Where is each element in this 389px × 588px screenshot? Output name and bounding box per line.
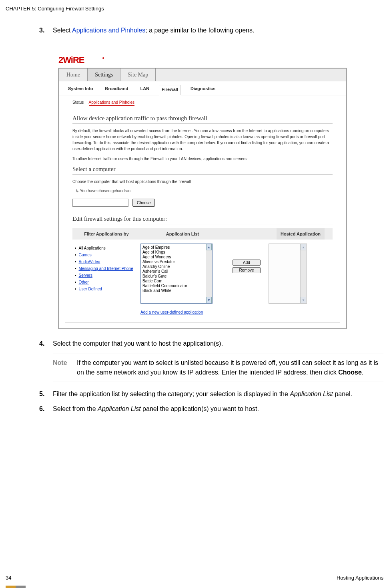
step-text: Select Applications and Pinholes; a page… [53,26,383,35]
ip-address-input[interactable] [72,199,128,207]
step5-post: panel. [333,391,352,397]
add-user-defined-link[interactable]: Add a new user-defined application [140,309,225,315]
step3-pre: Select [53,27,72,34]
list-item[interactable]: Age of Wonders [142,255,211,259]
step-number: 3. [39,26,53,35]
tab-home[interactable]: Home [59,68,88,81]
step-text: Select from the Application List panel t… [53,404,383,413]
router-ui-panel: Home Settings Site Map System Info Broad… [58,68,347,329]
application-list-select[interactable]: Age of Empires Age of Kings Age of Wonde… [140,244,213,304]
step-number: 4. [39,339,53,348]
col-head-filter: Filter Applications by [72,228,140,240]
secondary-nav: System Info Broadband LAN Firewall Diagn… [59,81,346,95]
footer-decoration [6,586,26,588]
firewall-page-body: Status Applications and Pinholes Allow d… [65,95,340,323]
filter-category-list: All Applications Games Audio/Video Messa… [72,244,140,294]
list-item[interactable]: Aliens vs Predator [142,260,211,264]
col-head-gap [225,228,277,240]
list-item[interactable]: Anarchy Online [142,264,211,269]
subnav-firewall[interactable]: Firewall [159,85,181,95]
filter-all[interactable]: All Applications [75,246,140,250]
tab-sitemap[interactable]: Site Map [120,68,156,81]
edit-columns: All Applications Games Audio/Video Messa… [72,244,333,315]
step5-pre: Filter the application list by selecting… [53,391,290,397]
table-header-row: Filter Applications by Application List … [72,228,333,240]
page-content: 3. Select Applications and Pinholes; a p… [39,26,383,419]
allow-traffic-heading: Allow device application traffic to pass… [72,115,333,124]
status-label: Status [72,100,84,105]
footer-bar-segment [16,586,26,588]
applist-scrollbar[interactable]: ▲ ▼ [206,244,212,303]
filter-other[interactable]: Other [79,280,89,284]
footer-section-title: Hosting Applications [337,575,383,581]
list-item[interactable]: Asheron's Call [142,269,211,274]
choose-row: Choose [72,199,333,207]
list-item[interactable]: Black and White [142,288,211,293]
add-button[interactable]: Add [233,260,261,266]
subnav-broadband[interactable]: Broadband [102,85,130,95]
filter-games[interactable]: Games [79,253,92,257]
choose-button[interactable]: Choose [132,199,155,207]
subnav-diagnostics[interactable]: Diagnostics [188,85,218,95]
select-computer-heading: Select a computer [72,166,333,175]
step-text: Filter the application list by selecting… [53,389,383,399]
primary-tab-row: Home Settings Site Map [59,68,346,81]
filter-servers[interactable]: Servers [79,273,92,278]
svg-point-1 [102,57,104,59]
application-list-items: Age of Empires Age of Kings Age of Wonde… [141,244,212,294]
svg-text:2WiRE: 2WiRE [58,55,84,65]
step5-em: Application List [290,391,333,397]
list-item[interactable]: Age of Kings [142,250,211,254]
scroll-up-icon[interactable]: ▲ [206,244,212,250]
col-head-applist: Application List [140,228,225,240]
step-6: 6. Select from the Application List pane… [39,404,383,413]
step-3: 3. Select Applications and Pinholes; a p… [39,26,383,35]
note-bold-choose: Choose [338,369,362,376]
step-number: 5. [39,389,53,399]
list-item[interactable]: Battle Com [142,279,211,283]
application-list-column: Age of Empires Age of Kings Age of Wonde… [140,244,225,315]
filter-audio-video[interactable]: Audio/Video [79,260,100,264]
note-body: If the computer you want to select is un… [77,358,383,377]
step6-em: Application List [98,405,141,412]
note-label: Note [53,358,77,377]
tab-settings[interactable]: Settings [88,68,120,81]
embedded-screenshot: 2WiRE Home Settings Site Map System Info… [58,55,383,329]
step6-post: panel the application(s) you want to hos… [141,405,259,412]
note-block: Note If the computer you want to select … [53,354,383,381]
edit-settings-heading: Edit firewall settings for this computer… [72,215,333,224]
list-item[interactable]: Baldur's Gate [142,274,211,278]
breadcrumb-status: Status Applications and Pinholes [72,100,333,107]
chosen-computer-value: You have chosen gchandran [80,189,130,193]
list-item[interactable]: Age of Empires [142,245,211,250]
page-number: 34 [6,575,11,581]
step6-pre: Select from the [53,405,98,412]
step-text: Select the computer that you want to hos… [53,339,383,348]
hosted-scrollbar[interactable]: ▲ ▼ [300,244,307,303]
step-number: 6. [39,404,53,413]
hosted-application-select[interactable]: ▲ ▼ [269,244,307,304]
status-current[interactable]: Applications and Pinholes [89,100,135,106]
col-head-hosted: Hosted Application [277,228,325,240]
step3-post: ; a page similar to the following opens. [145,27,254,34]
step-4: 4. Select the computer that you want to … [39,339,383,348]
filter-user-defined[interactable]: User Defined [79,287,102,291]
intro-paragraph-2: To allow Internet traffic or users throu… [72,156,333,162]
note-text-post: . [362,369,363,376]
applications-pinholes-link[interactable]: Applications and Pinholes [72,27,145,34]
footer-bar-segment [6,586,16,588]
list-item[interactable]: Battlefield Communicator [142,284,211,288]
note-text-pre: If the computer you want to select is un… [77,359,378,375]
filter-messaging[interactable]: Messaging and Internet Phone [79,266,133,271]
scroll-down-icon: ▼ [301,297,306,303]
remove-button[interactable]: Remove [233,267,261,273]
chapter-header: CHAPTER 5: Configuring Firewall Settings [6,6,104,12]
scroll-down-icon[interactable]: ▼ [206,297,212,303]
subnav-lan[interactable]: LAN [138,85,152,95]
intro-paragraph-1: By default, the firewall blocks all unwa… [72,128,333,152]
subnav-system-info[interactable]: System Info [66,85,95,95]
choose-computer-text: Choose the computer that will host appli… [72,179,333,185]
add-remove-column: Add Remove [225,244,269,273]
chosen-computer-line: ↳ You have chosen gchandran [76,189,333,193]
scroll-up-icon: ▲ [301,244,306,250]
